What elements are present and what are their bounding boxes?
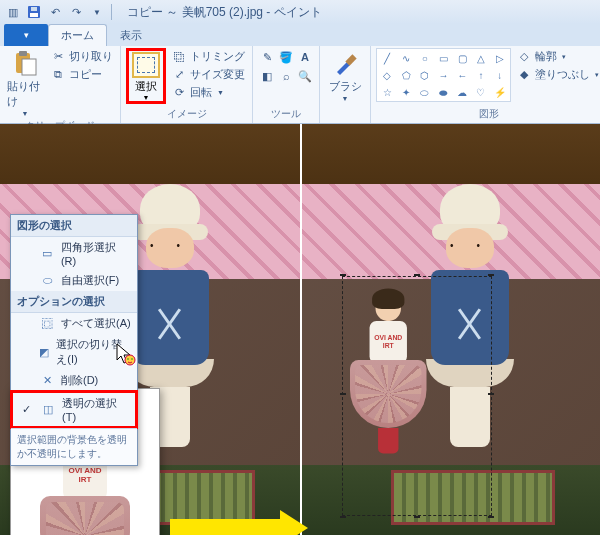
svg-point-12 (131, 358, 133, 360)
brush-button[interactable]: ブラシ ▼ (325, 48, 365, 104)
crop-icon: ⿻ (171, 50, 187, 64)
yellow-arrow (170, 519, 280, 535)
app-menu-icon[interactable]: ▥ (4, 3, 22, 21)
group-label-image: イメージ (126, 107, 247, 123)
paste-button[interactable]: 貼り付け ▼ (5, 48, 45, 119)
brush-icon (330, 50, 360, 78)
invert-icon: ◩ (37, 345, 51, 359)
tab-home[interactable]: ホーム (48, 24, 107, 46)
group-label-shapes: 図形 (376, 107, 600, 123)
chevron-down-icon: ▼ (143, 94, 150, 101)
select-button[interactable]: 選択 ▼ (126, 48, 166, 104)
menu-transparent-select[interactable]: ✓◫透明の選択(T) (10, 390, 138, 429)
group-tools: ✎ 🪣 A ◧ ⌕ 🔍 ツール (253, 46, 320, 123)
fill-button[interactable]: ◆塗りつぶし▾ (514, 66, 600, 83)
save-icon[interactable] (25, 3, 43, 21)
select-all-icon: ⿴ (39, 317, 55, 331)
tab-view[interactable]: 表示 (107, 24, 155, 46)
undo-icon[interactable]: ↶ (46, 3, 64, 21)
brush-label: ブラシ (329, 79, 362, 94)
select-icon (132, 52, 160, 78)
title-bar: ▥ ↶ ↷ ▼ コピー ～ 美帆705 (2).jpg - ペイント (0, 0, 600, 24)
select-label: 選択 (135, 79, 157, 94)
file-tab[interactable]: ▾ (4, 24, 48, 46)
svg-point-11 (127, 358, 129, 360)
chevron-down-icon: ▼ (22, 110, 29, 117)
rect-select-icon: ▭ (39, 247, 55, 261)
group-clipboard: 貼り付け ▼ ✂切り取り ⧉コピー クリップボード (0, 46, 121, 123)
resize-button[interactable]: ⤢サイズ変更 (169, 66, 247, 83)
resize-icon: ⤢ (171, 68, 187, 82)
fill-tool[interactable]: 🪣 (277, 48, 295, 66)
svg-rect-5 (22, 59, 36, 75)
eraser-tool[interactable]: ◧ (258, 67, 276, 85)
selection-marquee[interactable] (342, 276, 492, 516)
shape-gallery[interactable]: ╱∿○▭▢△▷ ◇⬠⬡→←↑↓ ☆✦⬭⬬☁♡⚡ (376, 48, 511, 102)
zoom-tool[interactable]: 🔍 (296, 67, 314, 85)
window-title: コピー ～ 美帆705 (2).jpg - ペイント (127, 4, 322, 21)
tool-grid: ✎ 🪣 A ◧ ⌕ 🔍 (258, 48, 314, 85)
menu-delete[interactable]: ✕削除(D) (11, 370, 137, 391)
menu-free-select[interactable]: ⬭自由選択(F) (11, 270, 137, 291)
copy-icon: ⧉ (50, 68, 66, 82)
delete-icon: ✕ (39, 374, 55, 388)
menu-tooltip: 選択範囲の背景色を透明か不透明にします。 (11, 428, 137, 465)
menu-select-all[interactable]: ⿴すべて選択(A) (11, 313, 137, 334)
menu-rect-select[interactable]: ▭四角形選択(R) (11, 237, 137, 270)
tab-strip: ▾ ホーム 表示 (0, 24, 600, 46)
cursor-pointer-icon (115, 342, 137, 368)
outline-icon: ◇ (516, 50, 532, 64)
svg-rect-1 (30, 13, 38, 17)
transparent-icon: ◫ (41, 403, 57, 417)
redo-icon[interactable]: ↷ (67, 3, 85, 21)
cut-button[interactable]: ✂切り取り (48, 48, 115, 65)
pencil-tool[interactable]: ✎ (258, 48, 276, 66)
menu-header-options: オプションの選択 (11, 291, 137, 313)
text-tool[interactable]: A (296, 48, 314, 66)
svg-rect-4 (19, 51, 27, 56)
svg-rect-2 (31, 7, 37, 11)
menu-header-shapes: 図形の選択 (11, 215, 137, 237)
group-shapes: ╱∿○▭▢△▷ ◇⬠⬡→←↑↓ ☆✦⬭⬬☁♡⚡ ◇輪郭▾ ◆塗りつぶし▾ 図形 (371, 46, 600, 123)
group-image: 選択 ▼ ⿻トリミング ⤢サイズ変更 ⟳回転▼ イメージ (121, 46, 253, 123)
qat-dropdown-icon[interactable]: ▼ (88, 3, 106, 21)
paste-label: 貼り付け (7, 79, 43, 109)
crop-button[interactable]: ⿻トリミング (169, 48, 247, 65)
free-select-icon: ⬭ (39, 274, 55, 288)
scissors-icon: ✂ (50, 50, 66, 64)
ribbon: 貼り付け ▼ ✂切り取り ⧉コピー クリップボード 選択 ▼ ⿻トリミング ⤢サ… (0, 46, 600, 124)
rotate-icon: ⟳ (171, 86, 187, 100)
outline-button[interactable]: ◇輪郭▾ (514, 48, 600, 65)
group-brush: ブラシ ▼ (320, 46, 371, 123)
select-dropdown-menu: 図形の選択 ▭四角形選択(R) ⬭自由選択(F) オプションの選択 ⿴すべて選択… (10, 214, 138, 466)
check-icon: ✓ (19, 403, 35, 416)
copy-button[interactable]: ⧉コピー (48, 66, 115, 83)
fill-icon: ◆ (516, 68, 532, 82)
photo-right: OVI AND IRT (302, 124, 600, 535)
chevron-down-icon: ▼ (342, 95, 349, 102)
canvas-area[interactable]: OVI AND IRT OVI AND IRT 図形の選択 ▭四角形選択(R) (0, 124, 600, 535)
paste-icon (10, 50, 40, 78)
picker-tool[interactable]: ⌕ (277, 67, 295, 85)
group-label-tools: ツール (258, 107, 314, 123)
rotate-button[interactable]: ⟳回転▼ (169, 84, 247, 101)
